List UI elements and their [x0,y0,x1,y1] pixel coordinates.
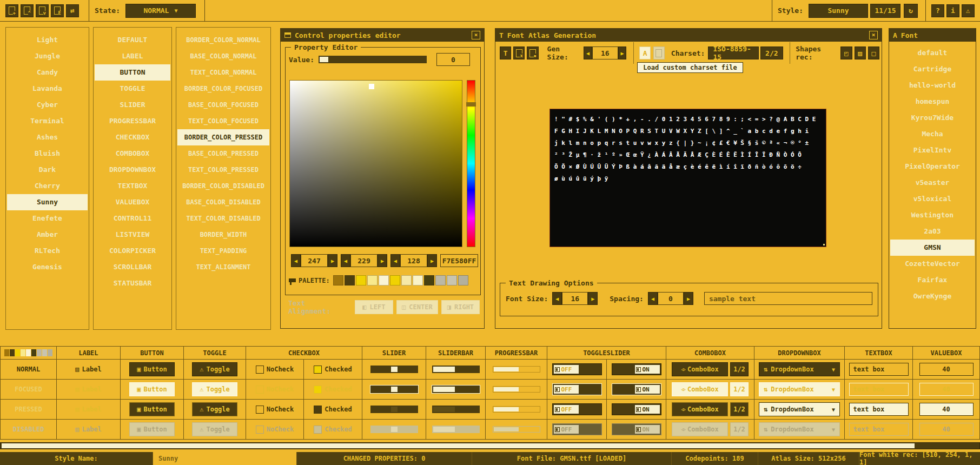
demo-combobox-NORMAL[interactable]: ◁▷ComboBox1/2 [672,362,749,376]
font-size-decrease[interactable]: ◀ [552,292,562,305]
combobox-counter[interactable]: 1/2 [730,362,749,376]
load-file-button[interactable]: ^ [21,4,34,17]
property-list-item[interactable]: TEXT_COLOR_FOCUSED [176,113,270,129]
style-name-display[interactable]: Sunny [809,4,868,18]
combobox-main[interactable]: ◁▷ComboBox [672,402,728,416]
horizontal-scrollbar[interactable] [0,442,980,449]
demo-slider-DISABLED[interactable] [370,426,418,433]
demo-dropdownbox-FOCUSED[interactable]: ⇅DropdownBox▼ [759,382,840,396]
style-list-item[interactable]: Terminal [6,113,89,129]
value-slider-knob[interactable] [320,57,328,62]
demo-checkbox-checked-FOCUSED[interactable]: Checked [314,386,352,394]
reload-style-button[interactable]: ↻ [904,4,918,18]
palette-swatch[interactable] [379,275,389,285]
color-picker-panel[interactable] [289,80,462,247]
combobox-main[interactable]: ◁▷ComboBox [672,422,728,436]
sample-text-input[interactable]: sample text [704,292,872,305]
font-list-item[interactable]: Fairfax [889,272,976,288]
demo-toggleslider-off-PRESSED[interactable]: OFF [552,403,602,415]
font-list-item[interactable]: PixelOperator [889,158,976,175]
control-list-item[interactable]: LABEL [94,48,171,64]
control-list-item[interactable]: SLIDER [94,97,171,113]
demo-slider-NORMAL[interactable] [370,366,418,373]
demo-checkbox-unchecked-PRESSED[interactable]: NoCheck [256,406,294,414]
align-right-button[interactable]: ◨ RIGHT [441,300,480,314]
style-counter[interactable]: 11/15 [870,4,900,18]
charset-page-button[interactable]: 2/2 [760,46,783,59]
style-list-item[interactable]: Amber [6,227,89,243]
control-list-item[interactable]: CHECKBOX [94,129,171,145]
demo-checkbox-checked-DISABLED[interactable]: Checked [314,426,352,434]
control-list-item[interactable]: DEFAULT [94,32,171,48]
demo-dropdownbox-NORMAL[interactable]: ⇅DropdownBox▼ [759,362,840,376]
value-slider[interactable] [319,56,427,63]
help-button[interactable]: ? [931,4,944,17]
close-icon[interactable]: × [472,31,480,39]
property-list-item[interactable]: BASE_COLOR_DISABLED [176,194,270,210]
demo-checkbox-unchecked-DISABLED[interactable]: NoCheck [256,426,294,434]
gen-size-increase[interactable]: ▶ [618,46,627,59]
property-list-item[interactable]: TEXT_COLOR_DISABLED [176,210,270,227]
font-atlas-preview[interactable]: ! " # $ % & ' ( ) * + , - . / 0 1 2 3 4 … [549,109,826,247]
font-list-item[interactable]: PixelIntv [889,142,976,158]
demo-combobox-DISABLED[interactable]: ◁▷ComboBox1/2 [672,422,749,436]
value-box[interactable]: 0 [436,53,470,66]
demo-toggle-PRESSED[interactable]: ⚠Toggle [192,402,237,416]
control-list-item[interactable]: VALUEBOX [94,194,171,210]
combobox-counter[interactable]: 1/2 [730,402,749,416]
spin-left-icon[interactable]: ◀ [291,254,301,267]
demo-button-FOCUSED[interactable]: ▣Button [129,382,175,396]
demo-toggle-NORMAL[interactable]: ⚠Toggle [192,362,237,376]
palette-swatch[interactable] [447,275,457,285]
property-list-item[interactable]: TEXT_ALIGNMENT [176,259,270,275]
demo-combobox-PRESSED[interactable]: ◁▷ComboBox1/2 [672,402,749,416]
blue-value[interactable]: 128 [400,254,427,267]
font-list-item[interactable]: v5loxical [889,191,976,207]
load-charset-button[interactable] [653,46,665,59]
font-list-item[interactable]: hello-world [889,77,976,94]
style-list-item[interactable]: Cherry [6,178,89,194]
demo-sliderbar-NORMAL[interactable] [432,366,480,373]
control-list-item[interactable]: LISTVIEW [94,227,171,243]
demo-toggleslider-on-FOCUSED[interactable]: ON [612,383,661,395]
demo-toggle-DISABLED[interactable]: ⚠Toggle [192,422,237,436]
demo-valuebox-NORMAL[interactable]: 40 [919,363,974,376]
combobox-main[interactable]: ◁▷ComboBox [672,382,728,396]
font-list-item[interactable]: homespun [889,94,976,110]
property-list-item[interactable]: BORDER_COLOR_NORMAL [176,32,270,48]
font-list-item[interactable]: CozetteVector [889,256,976,272]
palette-swatch[interactable] [424,275,434,285]
control-list-item[interactable]: BUTTON [95,64,170,81]
property-list-item[interactable]: TEXT_PADDING [176,243,270,259]
style-list-item[interactable]: RLTech [6,243,89,259]
demo-checkbox-unchecked-NORMAL[interactable]: NoCheck [256,366,294,374]
palette-swatch[interactable] [413,275,423,285]
palette-swatch[interactable] [390,275,400,285]
demo-button-PRESSED[interactable]: ▣Button [129,402,175,416]
style-list-item[interactable]: Light [6,32,89,48]
charset-value-button[interactable]: ISO-8859-15 [708,46,758,59]
control-list-item[interactable]: TOGGLE [94,81,171,97]
atlas-window-titlebar[interactable]: T Font Atlas Generation × [495,29,882,42]
hex-value-box[interactable]: F7E580FF [440,254,478,267]
style-list-item[interactable]: Bluish [6,145,89,162]
style-name-input[interactable]: Sunny [153,452,297,465]
property-list-item[interactable]: BORDER_COLOR_PRESSED [177,129,269,145]
style-list-item[interactable]: Ashes [6,129,89,145]
state-dropdown[interactable]: NORMAL ▼ [125,4,196,18]
control-list-item[interactable]: CONTROL11 [94,210,171,227]
control-list-item[interactable]: COMBOBOX [94,145,171,162]
properties-window-titlebar[interactable]: Control properties editor × [281,29,484,42]
spacing-decrease[interactable]: ◀ [648,292,658,305]
property-list-item[interactable]: BORDER_COLOR_DISABLED [176,178,270,194]
demo-toggleslider-off-DISABLED[interactable]: OFF [552,423,602,435]
save-file-button[interactable]: v [36,4,49,17]
font-size-value[interactable]: 16 [562,292,588,305]
demo-toggleslider-off-FOCUSED[interactable]: OFF [552,383,602,395]
shapes-rec-button-1[interactable]: ◰ [840,46,852,59]
demo-valuebox-FOCUSED[interactable]: 40 [919,383,974,396]
property-list-item[interactable]: BASE_COLOR_PRESSED [176,145,270,162]
demo-checkbox-checked-NORMAL[interactable]: Checked [314,366,352,374]
demo-valuebox-DISABLED[interactable]: 40 [919,423,974,436]
demo-toggleslider-off-NORMAL[interactable]: OFF [552,363,602,375]
